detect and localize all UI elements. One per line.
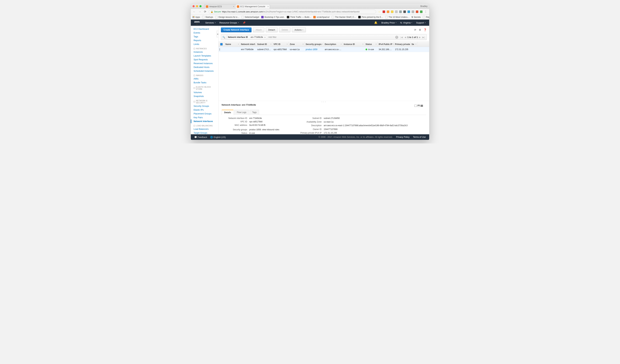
account-menu[interactable]: Bradley Price▾	[381, 21, 396, 24]
sidebar-group-head[interactable]: −ELASTIC BLOCK STORE	[191, 85, 218, 90]
bookmark-item[interactable]: $Secrets	[412, 16, 420, 18]
close-tab-icon[interactable]: ×	[267, 5, 269, 8]
bookmark-item[interactable]: Bootstrap 3 Tips and..	[261, 16, 285, 18]
extension-icon[interactable]	[387, 10, 389, 13]
sidebar-item[interactable]: EC2 Dashboard	[191, 27, 218, 31]
bookmark-star-icon[interactable]: ☆	[378, 10, 380, 13]
resource-groups-menu[interactable]: Resource Groups▾	[219, 21, 239, 24]
sidebar-item[interactable]: Target Groups	[191, 131, 218, 134]
bookmark-item[interactable]: scratchpad.io/	[313, 16, 329, 18]
select-all-checkbox[interactable]	[220, 43, 223, 45]
last-page-button[interactable]: ▶|	[422, 36, 425, 39]
table-row[interactable]: eni-77d49c8e subnet-27c3b8… vpc-dd5179b8…	[218, 47, 429, 52]
remove-filter-icon[interactable]: ⊗	[264, 36, 266, 38]
column-header[interactable]: Status▾	[364, 42, 378, 47]
language-selector[interactable]: 🌐 English (US)	[210, 136, 226, 138]
extension-icon[interactable]	[416, 10, 418, 13]
column-header[interactable]: Subnet ID▾	[256, 42, 272, 47]
close-tab-icon[interactable]: ×	[233, 5, 234, 8]
sidebar-item[interactable]: Events	[191, 31, 218, 35]
bookmark-item[interactable]: The Hacker Shelf | C…	[332, 16, 356, 18]
prev-page-button[interactable]: ◀	[404, 36, 407, 39]
sidebar-item[interactable]: Elastic IPs	[191, 108, 218, 112]
next-page-button[interactable]: ▶	[418, 36, 421, 39]
extension-icon[interactable]	[395, 10, 398, 13]
detach-button[interactable]: Detach	[266, 28, 278, 32]
extension-icon[interactable]	[391, 10, 394, 13]
bookmark-item[interactable]: Startups	[202, 16, 213, 18]
delete-button[interactable]: Delete	[279, 28, 291, 32]
column-header[interactable]: Zone▾	[289, 42, 305, 47]
help-icon[interactable]: ❓	[423, 28, 427, 31]
sidebar-item[interactable]: Load Balancers	[191, 127, 218, 131]
sidebar-item[interactable]: Instances	[191, 50, 218, 54]
first-page-button[interactable]: |◀	[400, 36, 403, 39]
settings-gear-icon[interactable]: ⚙	[419, 28, 421, 31]
bookmark-item[interactable]: Think Traffic — Build…	[287, 16, 311, 18]
terms-link[interactable]: Terms of Use	[413, 136, 426, 138]
extension-icon[interactable]	[420, 10, 423, 13]
sidebar-item[interactable]: Volumes	[191, 90, 218, 94]
feedback-link[interactable]: 💬 Feedback	[194, 136, 207, 138]
sidebar-item[interactable]: Snapshots	[191, 94, 218, 98]
services-menu[interactable]: Services▾	[205, 21, 216, 24]
filter-chip[interactable]: Network interface ID: eni-77d49c8e ⊗	[227, 35, 267, 39]
sidebar-item[interactable]: Reserved Instances	[191, 61, 218, 65]
column-header[interactable]: Instance ID▾	[343, 42, 364, 47]
add-filter[interactable]: Add filter	[268, 36, 277, 38]
column-header[interactable]: Description▾	[324, 42, 343, 47]
reload-button[interactable]: ⟳	[204, 10, 207, 13]
column-header[interactable]: Se▾	[411, 42, 418, 47]
layout-option-2[interactable]	[418, 105, 420, 107]
cell-security-groups[interactable]: produc-1659	[305, 48, 324, 51]
sidebar-group-head[interactable]: −NETWORK & SECURITY	[191, 98, 218, 104]
support-menu[interactable]: Support▾	[416, 21, 426, 24]
bookmark-item[interactable]: The 10 Most Underu…	[385, 16, 409, 18]
sidebar-item[interactable]: Dedicated Hosts	[191, 65, 218, 69]
pin-icon[interactable]: 📌	[243, 21, 246, 24]
sidebar-group-head[interactable]: −INSTANCES	[191, 46, 218, 50]
attach-button[interactable]: Attach	[253, 28, 264, 32]
column-header[interactable]: VPC ID▾	[272, 42, 289, 47]
detail-value-link[interactable]: produc-1659. view inbound rules	[249, 128, 286, 131]
column-header[interactable]: Security groups▾	[305, 42, 324, 47]
notifications-icon[interactable]: 🔔	[374, 21, 377, 24]
sidebar-group-head[interactable]: −LOAD BALANCING	[191, 123, 218, 127]
sidebar-group-head[interactable]: −IMAGES	[191, 73, 218, 77]
sidebar-item[interactable]: Limits	[191, 42, 218, 46]
bookmark-item[interactable]: Design lessons for e…	[215, 16, 239, 18]
region-menu[interactable]: N. Virginia▾	[400, 21, 412, 24]
sidebar-item[interactable]: Tags	[191, 35, 218, 39]
sidebar-item[interactable]: AMIs	[191, 77, 218, 81]
tab-details[interactable]: Details	[222, 110, 233, 115]
forward-button[interactable]: →	[198, 10, 202, 13]
sidebar-item[interactable]: Bundle Tasks	[191, 81, 218, 85]
actions-menu-button[interactable]: Actions▾	[292, 28, 306, 32]
bookmark-item[interactable]: Pens picked by the E…	[358, 16, 383, 18]
tab-tags[interactable]: Tags	[250, 110, 259, 115]
minimize-window-button[interactable]	[196, 5, 198, 7]
extension-icon[interactable]	[399, 10, 402, 13]
extension-icon[interactable]	[412, 10, 414, 13]
apps-button[interactable]: Apps	[193, 16, 200, 18]
tab-flow-logs[interactable]: Flow Logs	[234, 110, 249, 115]
sidebar-item[interactable]: Launch Templates	[191, 54, 218, 58]
layout-option-1[interactable]	[414, 105, 417, 107]
layout-option-3[interactable]	[420, 105, 423, 107]
chrome-profile[interactable]: Bradley	[420, 5, 427, 7]
filter-help-icon[interactable]: ?	[395, 36, 398, 39]
bookmark-item[interactable]: SelectorGadget	[242, 16, 259, 18]
column-header[interactable]: Primary private▾	[394, 42, 411, 47]
tab-ec2-console[interactable]: EC2 Management Console ×	[235, 4, 270, 9]
bookmark-item[interactable]: Repeat!	[423, 16, 429, 18]
sidebar-item[interactable]: Placement Groups	[191, 112, 218, 116]
extension-icon[interactable]	[407, 10, 410, 13]
column-header[interactable]: Network interf.▾	[240, 42, 256, 47]
tab-amazon-ecs[interactable]: Amazon ECS ×	[204, 4, 235, 9]
sidebar-item[interactable]: Network Interfaces	[191, 119, 218, 123]
close-window-button[interactable]	[193, 5, 195, 7]
sidebar-item[interactable]: Security Groups	[191, 104, 218, 108]
address-bar[interactable]: 🔒 Secure https://us-east-1.console.aws.a…	[209, 10, 376, 14]
privacy-link[interactable]: Privacy Policy	[396, 136, 410, 138]
row-checkbox[interactable]	[219, 48, 220, 51]
